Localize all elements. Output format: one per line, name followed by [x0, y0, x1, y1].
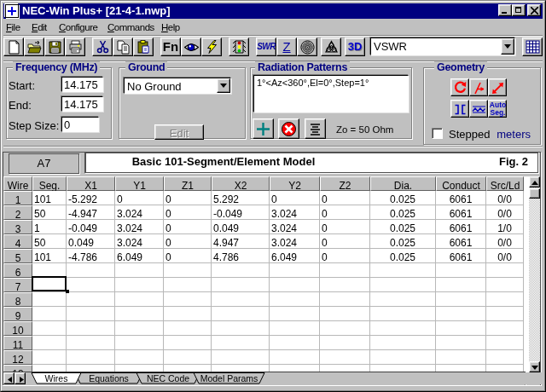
svg-text:Wires: Wires [45, 373, 68, 383]
svg-text:Equations: Equations [89, 373, 129, 383]
svg-text:Model Params: Model Params [200, 373, 258, 383]
svg-text:NEC Code: NEC Code [147, 373, 189, 383]
